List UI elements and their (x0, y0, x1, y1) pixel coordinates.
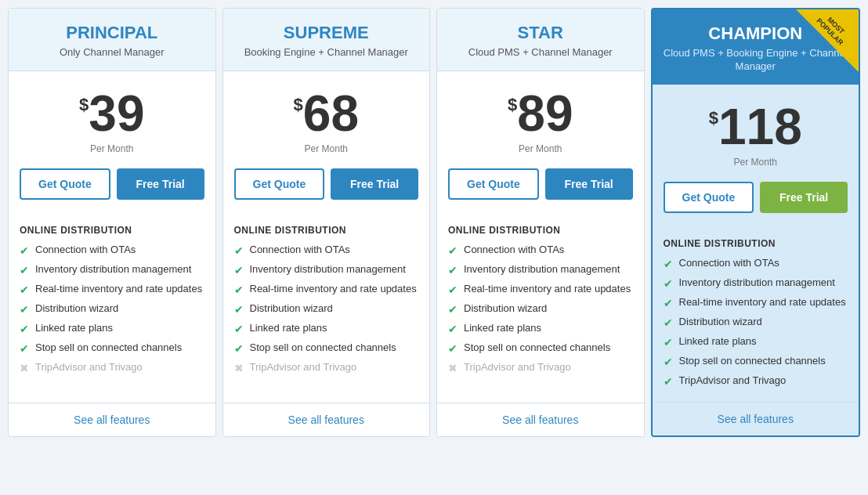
feature-item-2: ✔ Real-time inventory and rate updates (234, 283, 419, 296)
see-all-link-supreme[interactable]: See all features (288, 414, 364, 426)
plan-subtitle-principal: Only Channel Manager (18, 46, 206, 60)
check-icon: ✔ (20, 323, 29, 335)
free-trial-button-star[interactable]: Free Trial (545, 168, 633, 200)
plan-name-principal: PRINCIPAL (18, 23, 206, 43)
feature-text: Real-time inventory and rate updates (464, 283, 631, 294)
check-icon: ✔ (20, 244, 29, 257)
feature-item-5: ✔ Stop sell on connected channels (234, 341, 419, 355)
feature-item-4: ✔ Linked rate plans (448, 322, 633, 335)
feature-text: Stop sell on connected channels (679, 355, 826, 367)
price-dollar: $ (508, 95, 517, 115)
see-all-star[interactable]: See all features (437, 403, 644, 436)
feature-text: Inventory distribution management (679, 276, 835, 288)
price-period: Per Month (233, 143, 421, 154)
free-trial-button-supreme[interactable]: Free Trial (331, 168, 418, 200)
price-row: $ 39 (18, 89, 206, 139)
price-period: Per Month (18, 143, 206, 154)
feature-item-1: ✔ Inventory distribution management (20, 263, 204, 276)
check-icon: ✔ (20, 342, 29, 355)
price-section-supreme: $ 68 Per Month (223, 71, 430, 168)
feature-item-3: ✔ Distribution wizard (20, 302, 204, 316)
feature-item-2: ✔ Real-time inventory and rate updates (20, 283, 204, 296)
features-category: ONLINE DISTRIBUTION (20, 225, 204, 236)
feature-text: Distribution wizard (250, 302, 333, 314)
price-amount: 68 (303, 89, 359, 139)
price-period: Per Month (447, 143, 635, 154)
feature-item-3: ✔ Distribution wizard (448, 302, 633, 316)
feature-text: Stop sell on connected channels (250, 341, 396, 353)
feature-item-6: ✖ TripAdvisor and Trivago (20, 361, 204, 374)
get-quote-button-supreme[interactable]: Get Quote (234, 168, 325, 200)
price-row: $ 68 (233, 89, 421, 139)
feature-text: Inventory distribution management (250, 263, 406, 275)
check-icon: ✔ (664, 258, 673, 270)
check-icon: ✔ (20, 284, 29, 296)
see-all-supreme[interactable]: See all features (223, 403, 430, 436)
check-icon: ✔ (234, 323, 244, 335)
price-amount: 39 (89, 89, 144, 139)
feature-text: Connection with OTAs (464, 244, 564, 255)
plan-card-champion: MOST POPULAR CHAMPION Cloud PMS + Bookin… (651, 8, 861, 437)
feature-item-0: ✔ Connection with OTAs (234, 244, 419, 257)
get-quote-button-star[interactable]: Get Quote (448, 168, 539, 200)
feature-item-5: ✔ Stop sell on connected channels (448, 341, 633, 355)
price-row: $ 118 (662, 102, 850, 152)
check-icon: ✔ (20, 264, 29, 276)
x-icon: ✖ (448, 362, 458, 374)
feature-text: Connection with OTAs (35, 244, 136, 255)
check-icon: ✔ (234, 264, 244, 276)
features-category: ONLINE DISTRIBUTION (664, 238, 848, 249)
plan-subtitle-supreme: Booking Engine + Channel Manager (233, 46, 421, 60)
feature-item-4: ✔ Linked rate plans (664, 335, 848, 349)
plan-name-supreme: SUPREME (233, 23, 421, 43)
see-all-principal[interactable]: See all features (9, 403, 215, 436)
feature-text: Linked rate plans (35, 322, 113, 334)
feature-item-5: ✔ Stop sell on connected channels (664, 355, 848, 368)
feature-item-1: ✔ Inventory distribution management (234, 263, 419, 276)
check-icon: ✔ (234, 342, 244, 355)
see-all-champion[interactable]: See all features (653, 402, 859, 435)
feature-text: Stop sell on connected channels (464, 341, 610, 353)
get-quote-button-champion[interactable]: Get Quote (664, 182, 754, 213)
features-section-champion: ONLINE DISTRIBUTION ✔ Connection with OT… (653, 227, 859, 402)
feature-item-0: ✔ Connection with OTAs (448, 244, 633, 257)
feature-text: Linked rate plans (679, 335, 757, 347)
see-all-link-star[interactable]: See all features (502, 414, 578, 426)
get-quote-button-principal[interactable]: Get Quote (20, 168, 110, 200)
plan-card-supreme: SUPREME Booking Engine + Channel Manager… (222, 8, 431, 437)
plan-name-star: STAR (447, 23, 635, 43)
free-trial-button-champion[interactable]: Free Trial (760, 182, 848, 213)
plan-header-supreme: SUPREME Booking Engine + Channel Manager (223, 9, 430, 71)
check-icon: ✔ (234, 244, 244, 257)
check-icon: ✔ (448, 284, 458, 296)
x-icon: ✖ (20, 362, 29, 374)
check-icon: ✔ (448, 264, 458, 276)
free-trial-button-principal[interactable]: Free Trial (117, 168, 204, 200)
price-row: $ 89 (447, 89, 635, 139)
feature-item-6: ✔ TripAdvisor and Trivago (664, 374, 848, 388)
feature-text: Connection with OTAs (250, 244, 350, 255)
price-amount: 118 (718, 102, 802, 152)
feature-item-3: ✔ Distribution wizard (664, 316, 848, 329)
price-amount: 89 (517, 89, 573, 139)
feature-text: Connection with OTAs (679, 257, 779, 269)
check-icon: ✔ (448, 323, 458, 335)
features-section-principal: ONLINE DISTRIBUTION ✔ Connection with OT… (9, 214, 215, 403)
check-icon: ✔ (664, 375, 673, 388)
plan-card-principal: PRINCIPAL Only Channel Manager $ 39 Per … (8, 8, 216, 437)
see-all-link-principal[interactable]: See all features (74, 414, 150, 426)
check-icon: ✔ (664, 316, 673, 329)
features-section-star: ONLINE DISTRIBUTION ✔ Connection with OT… (437, 214, 644, 403)
feature-text: Linked rate plans (464, 322, 541, 334)
feature-item-2: ✔ Real-time inventory and rate updates (448, 283, 633, 296)
check-icon: ✔ (448, 244, 458, 257)
price-period: Per Month (662, 157, 850, 168)
check-icon: ✔ (664, 356, 673, 368)
feature-item-0: ✔ Connection with OTAs (20, 244, 204, 257)
check-icon: ✔ (664, 277, 673, 290)
check-icon: ✔ (448, 342, 458, 355)
feature-text: Distribution wizard (679, 316, 762, 327)
see-all-link-champion[interactable]: See all features (718, 413, 794, 425)
plan-card-star: STAR Cloud PMS + Channel Manager $ 89 Pe… (436, 8, 645, 437)
most-popular-text: MOST POPULAR (808, 9, 859, 54)
